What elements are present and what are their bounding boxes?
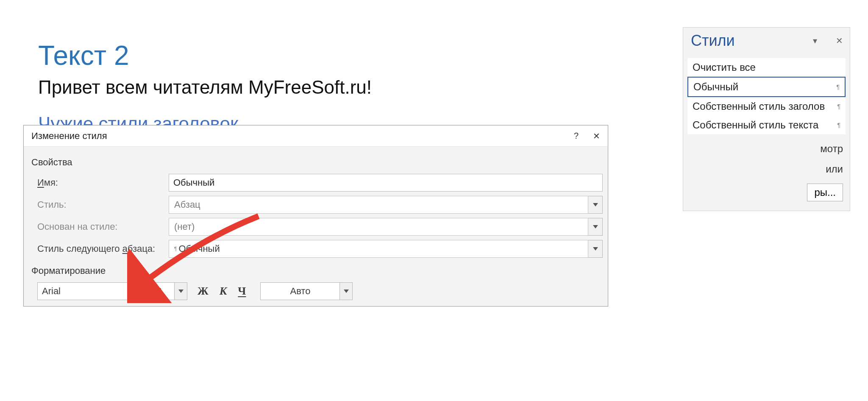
styles-pane-header: Стили ▾ ✕: [683, 28, 850, 58]
styles-options-button[interactable]: ры...: [807, 184, 843, 201]
dialog-title: Изменение стиля: [31, 131, 107, 142]
style-type-dropdown-button: [588, 196, 603, 214]
next-style-dropdown-button[interactable]: [588, 240, 603, 258]
paragraph-mark-icon: ¶: [836, 84, 840, 90]
based-on-value: (нет): [169, 218, 588, 236]
styles-pane-menu-icon[interactable]: ▾: [813, 36, 817, 46]
styles-item-clear-all[interactable]: Очистить все: [687, 58, 846, 77]
doc-body: Привет всем читателям MyFreeSoft.ru!: [38, 77, 462, 98]
style-type-value: Абзац: [169, 196, 588, 214]
next-style-label: Стиль следующего абзаца:: [37, 243, 169, 254]
based-on-combo[interactable]: (нет): [169, 218, 603, 236]
document-area: Текст 2 Привет всем читателям MyFreeSoft…: [38, 40, 462, 134]
styles-pane: Стили ▾ ✕ Очистить все Обычный ¶ Собстве…: [683, 27, 850, 211]
styles-item-custom-heading[interactable]: Собственный стиль заголов ¶: [687, 97, 846, 116]
chevron-down-icon: [593, 203, 598, 206]
styles-item-label: Собственный стиль текста: [693, 119, 818, 131]
chevron-down-icon: [593, 225, 598, 228]
styles-item-custom-text[interactable]: Собственный стиль текста ¶: [687, 116, 846, 134]
styles-footer-row1: мотр: [690, 139, 843, 159]
font-size-value: 18: [147, 282, 175, 300]
based-on-dropdown-button[interactable]: [588, 218, 603, 236]
row-name: Имя:: [37, 174, 603, 192]
font-color-combo[interactable]: Авто: [260, 282, 353, 300]
dialog-body: Свойства Имя: Стиль: Абзац Основан на ст…: [24, 147, 608, 306]
paragraph-mark-icon: ¶: [837, 103, 840, 110]
row-based-on: Основан на стиле: (нет): [37, 218, 603, 236]
dialog-close-button[interactable]: ✕: [593, 131, 600, 141]
chevron-down-icon: [134, 290, 139, 293]
styles-item-label: Обычный: [693, 81, 738, 93]
row-next-style: Стиль следующего абзаца: ¶ Обычный: [37, 240, 603, 258]
chevron-down-icon: [593, 247, 598, 251]
next-style-value: ¶ Обычный: [169, 240, 588, 258]
dialog-titlebar: Изменение стиля ? ✕: [24, 125, 608, 147]
styles-item-label: Очистить все: [693, 61, 756, 73]
properties-section-label: Свойства: [31, 157, 603, 168]
dialog-help-button[interactable]: ?: [574, 131, 579, 141]
formatting-toolbar: Arial 18 Ж К Ч Авто: [37, 282, 603, 300]
formatting-section-label: Форматирование: [31, 265, 603, 276]
font-family-dropdown-button[interactable]: [130, 282, 142, 300]
styles-pane-close-icon[interactable]: ✕: [836, 36, 843, 46]
styles-list: Очистить все Обычный ¶ Собственный стиль…: [687, 58, 846, 134]
paragraph-mark-icon: ¶: [174, 246, 177, 252]
font-size-combo[interactable]: 18: [147, 282, 187, 300]
font-color-value: Авто: [260, 282, 340, 300]
styles-item-label: Собственный стиль заголов: [693, 100, 825, 112]
styles-footer-row2: или: [690, 159, 843, 179]
font-family-combo[interactable]: Arial: [37, 282, 142, 300]
modify-style-dialog: Изменение стиля ? ✕ Свойства Имя: Стиль:…: [23, 125, 608, 306]
doc-heading: Текст 2: [38, 40, 462, 72]
italic-toggle[interactable]: К: [220, 285, 227, 298]
name-label-rest: мя:: [44, 177, 58, 188]
bold-toggle[interactable]: Ж: [198, 285, 209, 298]
chevron-down-icon: [178, 290, 184, 293]
font-size-dropdown-button[interactable]: [175, 282, 187, 300]
based-on-label: Основан на стиле:: [37, 221, 169, 232]
style-name-input[interactable]: [169, 174, 603, 192]
font-style-toggles: Ж К Ч: [198, 285, 246, 298]
chevron-down-icon: [344, 290, 349, 293]
style-type-label: Стиль:: [37, 199, 169, 210]
styles-pane-title: Стили: [691, 32, 735, 50]
styles-pane-footer: мотр или ры...: [683, 137, 850, 211]
underline-toggle[interactable]: Ч: [238, 285, 246, 298]
style-type-combo: Абзац: [169, 196, 603, 214]
next-style-combo[interactable]: ¶ Обычный: [169, 240, 603, 258]
paragraph-mark-icon: ¶: [837, 122, 840, 128]
font-color-dropdown-button[interactable]: [340, 282, 353, 300]
styles-item-normal[interactable]: Обычный ¶: [687, 77, 846, 97]
row-style-type: Стиль: Абзац: [37, 196, 603, 214]
font-family-value: Arial: [37, 282, 130, 300]
